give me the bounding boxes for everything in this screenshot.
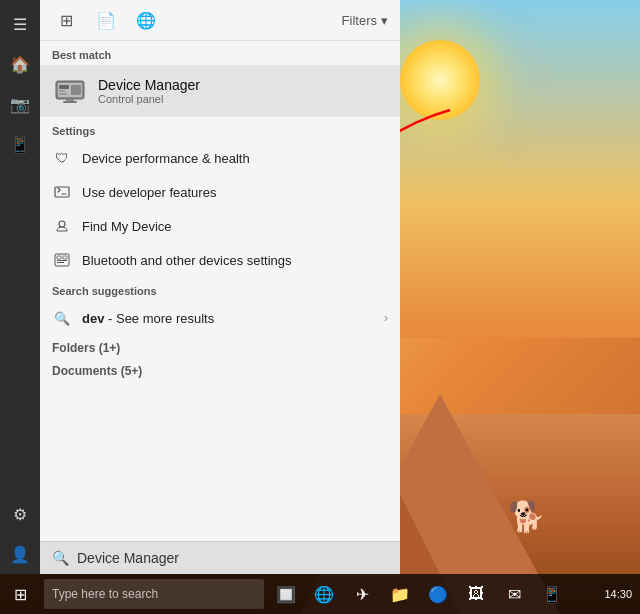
start-button[interactable]: ⊞ (0, 574, 40, 614)
suggestion-arrow-icon: › (384, 311, 388, 325)
settings-item-label-findmydevice: Find My Device (82, 219, 172, 234)
folders-label: Folders (1+) (40, 335, 400, 358)
best-match-text: Device Manager Control panel (98, 77, 200, 105)
svg-rect-14 (57, 262, 64, 263)
taskbar-telegram[interactable]: ✈ (344, 574, 380, 614)
taskbar-edge[interactable]: 🌐 (306, 574, 342, 614)
sidebar-home-icon[interactable]: 🏠 (0, 44, 40, 84)
taskbar: ⊞ Type here to search 🔲 🌐 ✈ 📁 🔵 🖼 ✉ 📱 14… (0, 574, 640, 614)
taskbar-whatsapp[interactable]: 📱 (534, 574, 570, 614)
settings-item-label-performance: Device performance & health (82, 151, 250, 166)
settings-item-label-developer: Use developer features (82, 185, 216, 200)
search-panel: ⊞ 📄 🌐 Filters ▾ Best match Device Manage… (40, 0, 400, 574)
settings-item-performance[interactable]: 🛡 Device performance & health (40, 141, 400, 175)
suggestion-keyword: dev (82, 311, 104, 326)
taskbar-search[interactable]: Type here to search (44, 579, 264, 609)
taskbar-cortana[interactable]: 🔲 (268, 574, 304, 614)
search-box-icon: 🔍 (52, 550, 69, 566)
suggestion-suffix: - See more results (104, 311, 214, 326)
panel-icon-grid[interactable]: ⊞ (52, 6, 80, 34)
filters-label: Filters (342, 13, 377, 28)
search-box-input[interactable]: Device Manager (77, 550, 388, 566)
sidebar-phone-icon[interactable]: 📱 (0, 124, 40, 164)
filters-button[interactable]: Filters ▾ (342, 13, 388, 28)
taskbar-system: 14:30 (604, 588, 640, 600)
chevron-down-icon: ▾ (381, 13, 388, 28)
best-match-title: Device Manager (98, 77, 200, 93)
svg-rect-13 (57, 260, 67, 261)
shield-icon: 🛡 (52, 148, 72, 168)
search-input-text: Device Manager (77, 550, 179, 566)
developer-icon (52, 182, 72, 202)
sidebar-settings-icon[interactable]: ⚙ (0, 494, 40, 534)
sidebar-user-icon[interactable]: 👤 (0, 534, 40, 574)
sidebar-menu-icon[interactable]: ☰ (0, 4, 40, 44)
svg-point-10 (59, 221, 65, 227)
settings-item-label-bluetooth: Bluetooth and other devices settings (82, 253, 292, 268)
settings-label: Settings (40, 117, 400, 141)
svg-rect-4 (63, 101, 77, 103)
taskbar-folder[interactable]: 📁 (382, 574, 418, 614)
search-suggestions-label: Search suggestions (40, 277, 400, 301)
svg-rect-12 (57, 256, 61, 259)
svg-rect-9 (55, 187, 69, 197)
panel-icon-doc[interactable]: 📄 (92, 6, 120, 34)
taskbar-chrome[interactable]: 🔵 (420, 574, 456, 614)
svg-rect-6 (59, 90, 65, 92)
best-match-subtitle: Control panel (98, 93, 200, 105)
svg-rect-15 (63, 256, 67, 259)
settings-item-findmydevice[interactable]: Find My Device (40, 209, 400, 243)
search-icon: 🔍 (52, 308, 72, 328)
taskbar-icons: 🔲 🌐 ✈ 📁 🔵 🖼 ✉ 📱 (268, 574, 570, 614)
best-match-item[interactable]: Device Manager Control panel (40, 65, 400, 117)
taskbar-mail[interactable]: ✉ (496, 574, 532, 614)
panel-icon-bar: ⊞ 📄 🌐 Filters ▾ (40, 0, 400, 41)
svg-rect-3 (66, 99, 74, 101)
settings-item-bluetooth[interactable]: Bluetooth and other devices settings (40, 243, 400, 277)
find-device-icon (52, 216, 72, 236)
svg-rect-7 (59, 93, 67, 95)
svg-rect-8 (71, 85, 81, 95)
sidebar-lock-icon[interactable]: 📷 (0, 84, 40, 124)
settings-item-developer[interactable]: Use developer features (40, 175, 400, 209)
best-match-label: Best match (40, 41, 400, 65)
device-manager-icon (52, 73, 88, 109)
left-sidebar: ☰ 🏠 📷 📱 ⚙ 👤 (0, 0, 40, 574)
panel-icon-web[interactable]: 🌐 (132, 6, 160, 34)
svg-rect-5 (59, 85, 69, 89)
bluetooth-icon (52, 250, 72, 270)
sun (400, 40, 480, 120)
documents-label: Documents (5+) (40, 358, 400, 381)
search-box: 🔍 Device Manager (40, 541, 400, 574)
taskbar-photos[interactable]: 🖼 (458, 574, 494, 614)
animal-silhouette: 🐕 (508, 499, 545, 534)
taskbar-time: 14:30 (604, 588, 632, 600)
taskbar-search-placeholder: Type here to search (52, 587, 158, 601)
suggestion-text: dev - See more results (82, 311, 374, 326)
search-suggestion-dev[interactable]: 🔍 dev - See more results › (40, 301, 400, 335)
